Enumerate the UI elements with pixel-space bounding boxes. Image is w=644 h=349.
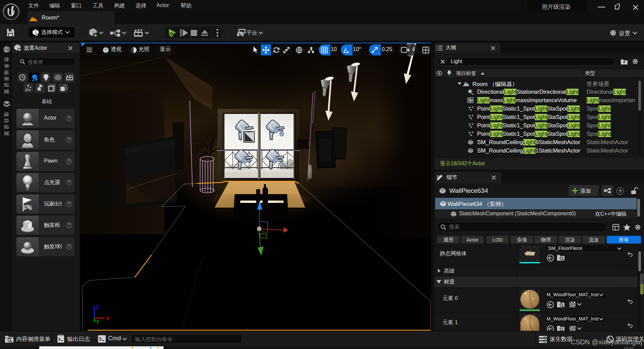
svg-text:Y: Y: [96, 319, 99, 325]
svg-text:X: X: [106, 315, 109, 322]
svg-text:Z: Z: [96, 304, 99, 310]
